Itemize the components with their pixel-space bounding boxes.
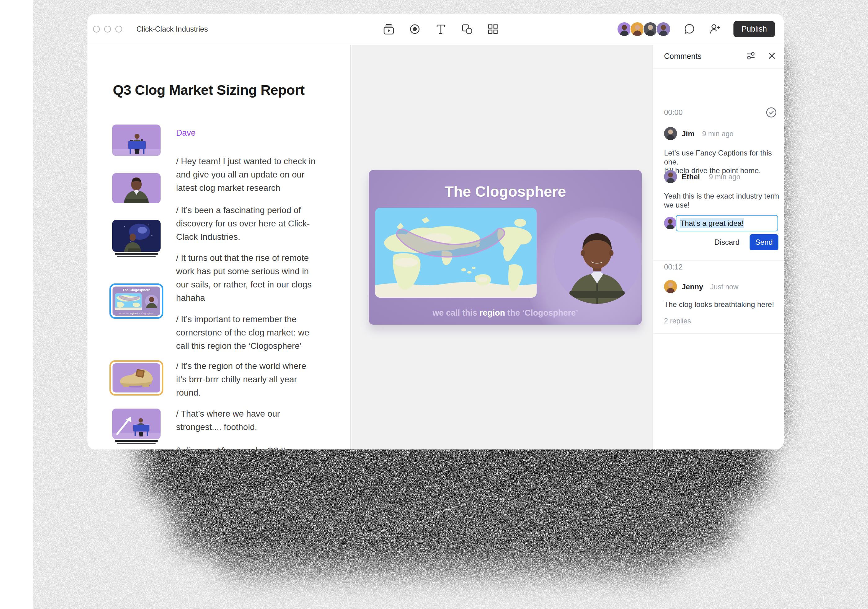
clip-thumbnail-galaxy[interactable]	[112, 220, 161, 252]
text-icon[interactable]	[434, 22, 448, 36]
project-title: Click-Clack Industries	[136, 14, 208, 44]
comment-author: Jenny	[682, 283, 703, 291]
comment-time-ago: 9 min ago	[702, 130, 733, 138]
shapes-icon[interactable]	[460, 22, 474, 36]
script-segment-text[interactable]: / It turns out that the rise of remote w…	[176, 251, 328, 304]
speaker-label[interactable]: Dave	[176, 128, 195, 138]
stage-canvas: The Clogosphere	[352, 45, 653, 450]
clip-thumbnail-arrow-desk[interactable]	[112, 408, 161, 439]
script-segment-text[interactable]: / It’s important to remember the corners…	[176, 312, 328, 352]
comment-time-ago: 9 min ago	[709, 173, 740, 181]
title-bar: Click-Clack Industries	[87, 14, 784, 44]
collaborator-avatars	[617, 22, 671, 37]
avatar-jim	[664, 127, 677, 140]
comments-header: Comments	[653, 45, 784, 69]
send-button[interactable]: Send	[750, 234, 778, 250]
reply-draft-text: That’s a great idea!	[680, 218, 744, 228]
comment-time-ago: Just now	[710, 283, 738, 291]
comment-text: The clog looks breathtaking here!	[664, 300, 779, 309]
script-segment-text[interactable]: / Hey team! I just wanted to check in an…	[176, 155, 328, 195]
avatar-ethel	[664, 170, 677, 183]
comment-timestamp[interactable]: 00:12	[664, 263, 683, 271]
record-icon[interactable]	[408, 22, 422, 36]
zoom-window-button[interactable]	[115, 26, 122, 32]
discard-button[interactable]: Discard	[711, 235, 743, 250]
comment-author: Jim	[682, 130, 694, 138]
clip-thumbnail-slide-selected[interactable]: The Clogosphere we call this region the …	[109, 283, 163, 319]
clip-thumbnail-presenter-closeup[interactable]	[112, 173, 161, 203]
clips-icon[interactable]	[382, 22, 395, 36]
avatar-jenny[interactable]	[630, 22, 645, 37]
close-window-button[interactable]	[93, 26, 100, 32]
clip-thumbnail-presenter-desk[interactable]	[112, 125, 161, 156]
avatar-dave[interactable]	[617, 22, 632, 37]
app-window: Click-Clack Industries	[87, 14, 784, 450]
editor-toolbar	[382, 14, 500, 44]
filter-icon[interactable]	[744, 49, 758, 63]
presenter-photo[interactable]	[554, 217, 640, 304]
minimize-window-button[interactable]	[104, 26, 111, 32]
clip-stack-layer	[117, 256, 156, 257]
script-segment-text[interactable]: / That’s where we have our strongest....…	[176, 407, 328, 434]
script-segment-text[interactable]: / It’s the region of the world where it’…	[176, 359, 328, 399]
comments-title: Comments	[664, 52, 702, 61]
close-icon[interactable]	[765, 49, 779, 63]
comment-text: Let’s use Fancy Captions for this one. I…	[664, 149, 779, 175]
replies-link[interactable]: 2 replies	[664, 317, 691, 325]
publish-button[interactable]: Publish	[733, 21, 775, 37]
comment-text: Yeah this is the exact industry term we …	[664, 192, 779, 209]
chat-icon[interactable]	[683, 22, 696, 36]
layout-icon[interactable]	[486, 22, 500, 36]
thread-divider	[653, 333, 784, 334]
reply-input[interactable]: That’s a great idea!	[676, 215, 778, 231]
thread-divider	[653, 260, 784, 261]
script-segment-text[interactable]: / It’s been a fascinating period of disc…	[176, 204, 328, 243]
avatar-jim[interactable]	[643, 22, 658, 37]
clip-stack-layer	[117, 443, 156, 444]
comment-author: Ethel	[682, 173, 700, 181]
add-person-icon[interactable]	[708, 22, 722, 36]
slide-caption[interactable]: we call this region the ‘Clogosphere’	[369, 308, 642, 318]
mini-slide-caption: we call this region the ‘Clogosphere’	[113, 312, 160, 314]
resolve-check-icon[interactable]	[764, 105, 778, 119]
slide-scene[interactable]: The Clogosphere	[369, 170, 642, 325]
avatar-dave	[664, 217, 676, 229]
script-panel: Q3 Clog Market Sizing Report Dave / Hey …	[87, 45, 351, 450]
document-title[interactable]: Q3 Clog Market Sizing Report	[113, 82, 336, 98]
avatar-jenny	[664, 280, 677, 293]
comments-panel: Comments 00:00 Jim 9	[653, 45, 784, 450]
script-segment-text[interactable]: /I digress. After a rocky Q2 I’m excited…	[176, 444, 328, 450]
clip-stack-layer	[115, 440, 158, 442]
traffic-lights	[93, 14, 122, 44]
comment-timestamp[interactable]: 00:00	[664, 108, 683, 117]
topbar-right: Publish	[617, 14, 775, 44]
clip-stack-layer	[115, 253, 158, 255]
world-map[interactable]	[375, 208, 536, 298]
avatar-ethel[interactable]	[656, 22, 671, 37]
slide-title[interactable]: The Clogosphere	[369, 183, 642, 200]
clip-thumbnail-clog[interactable]	[109, 360, 163, 396]
